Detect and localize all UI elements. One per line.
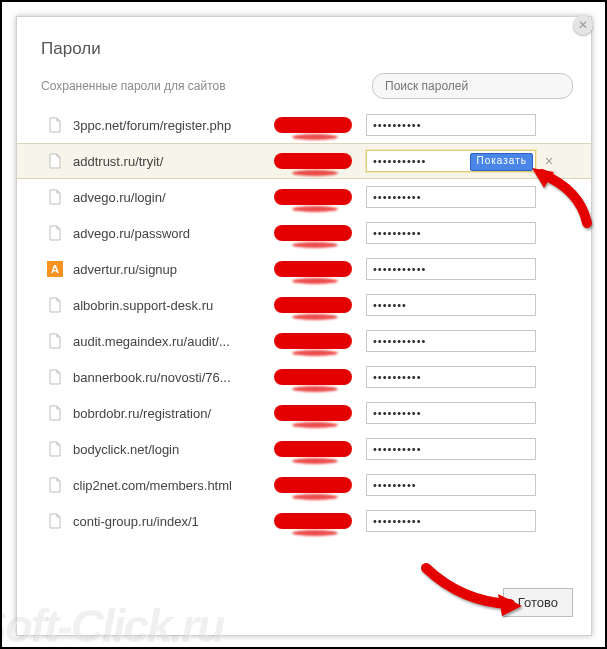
username-redacted <box>274 258 366 280</box>
saved-passwords-label: Сохраненные пароли для сайтов <box>41 79 372 93</box>
password-dots: •••••••••• <box>373 407 422 419</box>
document-icon <box>47 513 63 529</box>
password-field[interactable]: ••••••••• <box>366 474 536 496</box>
password-field[interactable]: •••••••••• <box>366 114 536 136</box>
document-icon <box>47 441 63 457</box>
password-row[interactable]: 3ppc.net/forum/register.php•••••••••• <box>17 107 591 143</box>
password-dots: •••••••••• <box>373 191 422 203</box>
document-icon <box>47 477 63 493</box>
password-dots: ••••••••••• <box>373 263 426 275</box>
password-field[interactable]: •••••••••••Показать <box>366 150 536 172</box>
list-header: Сохраненные пароли для сайтов <box>17 73 591 107</box>
close-icon[interactable]: ✕ <box>573 15 593 35</box>
username-redacted <box>274 150 366 172</box>
site-url: addtrust.ru/tryit/ <box>73 154 268 169</box>
password-dots: •••••••••• <box>373 443 422 455</box>
password-row[interactable]: bodyclick.net/login•••••••••• <box>17 431 591 467</box>
password-row[interactable]: audit.megaindex.ru/audit/...••••••••••• <box>17 323 591 359</box>
password-field[interactable]: •••••••••• <box>366 510 536 532</box>
document-icon <box>47 333 63 349</box>
password-dots: ••••••••• <box>373 479 417 491</box>
username-redacted <box>274 114 366 136</box>
password-field[interactable]: •••••••••• <box>366 438 536 460</box>
password-field[interactable]: •••••••••• <box>366 222 536 244</box>
site-url: advego.ru/login/ <box>73 190 268 205</box>
site-url: clip2net.com/members.html <box>73 478 268 493</box>
password-dots: ••••••••••• <box>373 335 426 347</box>
site-url: advego.ru/password <box>73 226 268 241</box>
document-icon <box>47 153 63 169</box>
password-row[interactable]: bannerbook.ru/novosti/76...•••••••••• <box>17 359 591 395</box>
password-row[interactable]: Aadvertur.ru/signup••••••••••• <box>17 251 591 287</box>
password-field[interactable]: •••••••••• <box>366 402 536 424</box>
username-redacted <box>274 186 366 208</box>
document-icon <box>47 117 63 133</box>
page-title: Пароли <box>17 17 591 73</box>
username-redacted <box>274 402 366 424</box>
username-redacted <box>274 510 366 532</box>
document-icon <box>47 189 63 205</box>
site-url: audit.megaindex.ru/audit/... <box>73 334 268 349</box>
site-url: bodyclick.net/login <box>73 442 268 457</box>
done-button[interactable]: Готово <box>503 588 573 617</box>
delete-row-icon[interactable]: × <box>542 153 556 169</box>
site-url: bobrdobr.ru/registration/ <box>73 406 268 421</box>
username-redacted <box>274 474 366 496</box>
username-redacted <box>274 330 366 352</box>
password-row[interactable]: advego.ru/password•••••••••• <box>17 215 591 251</box>
site-favicon-icon: A <box>47 261 63 277</box>
document-icon <box>47 225 63 241</box>
password-row[interactable]: advego.ru/login/•••••••••• <box>17 179 591 215</box>
password-row[interactable]: bobrdobr.ru/registration/•••••••••• <box>17 395 591 431</box>
site-url: albobrin.support-desk.ru <box>73 298 268 313</box>
passwords-dialog: ✕ Пароли Сохраненные пароли для сайтов 3… <box>16 16 592 636</box>
password-dots: •••••••••• <box>373 227 422 239</box>
password-dots: •••••••••• <box>373 371 422 383</box>
site-url: 3ppc.net/forum/register.php <box>73 118 268 133</box>
show-password-button[interactable]: Показать <box>470 153 533 171</box>
document-icon <box>47 369 63 385</box>
username-redacted <box>274 222 366 244</box>
password-dots: •••••••••• <box>373 119 422 131</box>
password-dots: ••••••••••• <box>373 155 426 167</box>
username-redacted <box>274 438 366 460</box>
site-url: conti-group.ru/index/1 <box>73 514 268 529</box>
password-row[interactable]: conti-group.ru/index/1•••••••••• <box>17 503 591 539</box>
password-list: 3ppc.net/forum/register.php••••••••••add… <box>17 107 591 539</box>
password-dots: •••••••••• <box>373 515 422 527</box>
username-redacted <box>274 294 366 316</box>
password-field[interactable]: ••••••••••• <box>366 330 536 352</box>
document-icon <box>47 297 63 313</box>
password-field[interactable]: ••••••• <box>366 294 536 316</box>
password-field[interactable]: •••••••••• <box>366 186 536 208</box>
password-row[interactable]: albobrin.support-desk.ru••••••• <box>17 287 591 323</box>
password-field[interactable]: •••••••••• <box>366 366 536 388</box>
site-url: advertur.ru/signup <box>73 262 268 277</box>
search-input[interactable] <box>372 73 573 99</box>
username-redacted <box>274 366 366 388</box>
password-field[interactable]: ••••••••••• <box>366 258 536 280</box>
site-url: bannerbook.ru/novosti/76... <box>73 370 268 385</box>
document-icon <box>47 405 63 421</box>
password-row[interactable]: addtrust.ru/tryit/•••••••••••Показать× <box>17 143 591 179</box>
password-row[interactable]: clip2net.com/members.html••••••••• <box>17 467 591 503</box>
password-dots: ••••••• <box>373 299 407 311</box>
